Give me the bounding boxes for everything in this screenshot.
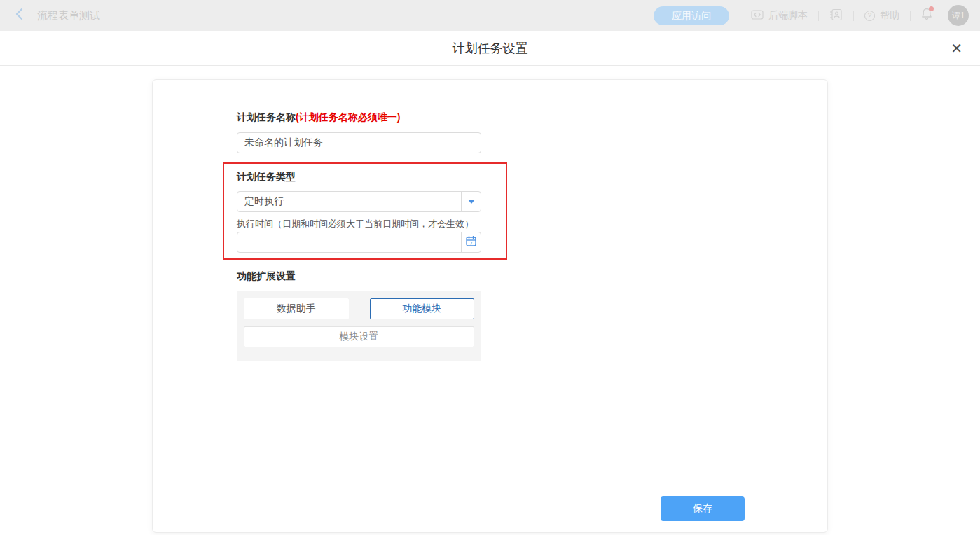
- task-name-label: 计划任务名称(计划任务名称必须唯一): [237, 111, 827, 123]
- svg-text:7: 7: [469, 239, 472, 246]
- divider: [910, 11, 911, 21]
- divider: [818, 11, 819, 21]
- module-settings-button[interactable]: 模块设置: [244, 326, 474, 347]
- chevron-left-icon: [15, 8, 23, 23]
- app-access-button[interactable]: 应用访问: [654, 6, 729, 25]
- question-circle-icon: ?: [864, 11, 875, 21]
- help-button[interactable]: ? 帮助: [864, 9, 899, 22]
- data-helper-button[interactable]: 数据助手: [244, 298, 349, 319]
- modal-body: 计划任务名称(计划任务名称必须唯一) 计划任务类型 定时执行 执行时间（日期和时…: [0, 66, 980, 534]
- backend-script-label: 后端脚本: [768, 9, 808, 22]
- select-caret-segment[interactable]: [461, 192, 481, 211]
- card-footer: 保存: [237, 482, 745, 521]
- divider: [740, 11, 740, 21]
- contacts-button[interactable]: [829, 8, 843, 23]
- avatar[interactable]: 谭1: [948, 5, 969, 26]
- task-type-label: 计划任务类型: [237, 171, 481, 182]
- task-name-unique-note: (计划任务名称必须唯一): [296, 111, 400, 123]
- task-name-input[interactable]: [237, 132, 481, 153]
- modal-title: 计划任务设置: [453, 40, 528, 57]
- address-book-icon: [829, 8, 843, 23]
- notifications-button[interactable]: [921, 8, 932, 23]
- settings-card: 计划任务名称(计划任务名称必须唯一) 计划任务类型 定时执行 执行时间（日期和时…: [152, 79, 828, 533]
- extension-settings-label: 功能扩展设置: [237, 270, 827, 282]
- back-button[interactable]: [11, 5, 27, 26]
- function-module-button[interactable]: 功能模块: [370, 298, 475, 319]
- task-type-select[interactable]: 定时执行: [237, 191, 481, 212]
- date-picker-button[interactable]: 7: [461, 232, 481, 252]
- notification-dot: [929, 6, 934, 11]
- exec-time-label: 执行时间（日期和时间必须大于当前日期时间，才会生效）: [237, 218, 481, 229]
- code-icon: [751, 9, 764, 22]
- help-label: 帮助: [880, 9, 899, 22]
- calendar-icon: 7: [465, 235, 477, 250]
- caret-down-icon: [468, 200, 475, 204]
- extension-panel: 数据助手 功能模块 模块设置: [237, 291, 481, 361]
- backend-script-button[interactable]: 后端脚本: [751, 9, 808, 22]
- exec-time-input[interactable]: [237, 232, 461, 252]
- annotation-highlight-box: 计划任务类型 定时执行 执行时间（日期和时间必须大于当前日期时间，才会生效） 7: [223, 162, 507, 260]
- task-type-selected-value: 定时执行: [237, 192, 461, 211]
- divider: [853, 11, 854, 21]
- page-title: 流程表单测试: [37, 9, 100, 22]
- save-button[interactable]: 保存: [661, 496, 745, 521]
- exec-time-field: 7: [237, 232, 481, 253]
- topbar: 流程表单测试 应用访问 后端脚本 ? 帮助 谭1: [0, 0, 980, 31]
- modal-header: 计划任务设置 ✕: [0, 31, 980, 66]
- close-icon[interactable]: ✕: [951, 41, 962, 55]
